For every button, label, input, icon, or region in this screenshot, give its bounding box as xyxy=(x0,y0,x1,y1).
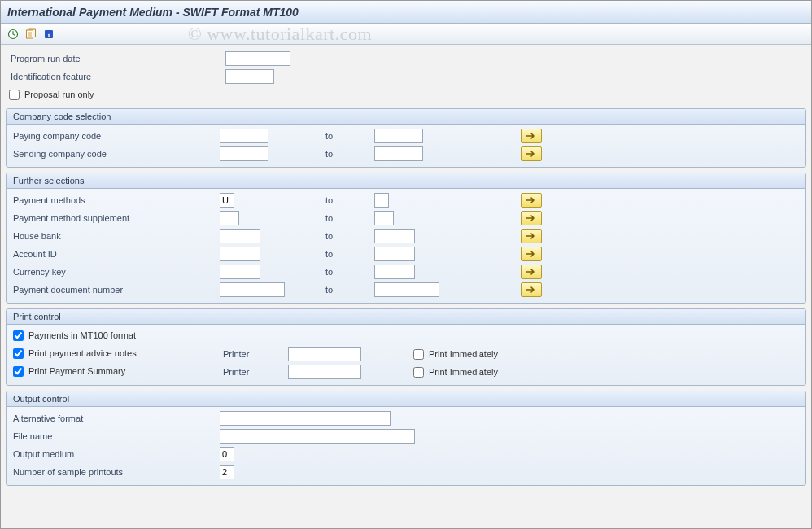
input-identification[interactable] xyxy=(225,69,274,84)
print-option-checkbox[interactable] xyxy=(13,348,24,359)
print-row-0: Payments in MT100 format xyxy=(10,327,802,345)
range-from-input[interactable] xyxy=(220,211,239,225)
output-row-0: Alternative format xyxy=(10,409,802,427)
print-option-checkbox[interactable] xyxy=(13,366,24,377)
range-row-cc-1: Sending company codeto xyxy=(10,145,802,163)
app-window: International Payment Medium - SWIFT For… xyxy=(0,0,812,529)
print-option-checkbox[interactable] xyxy=(13,330,24,341)
input-program-run-date[interactable] xyxy=(225,51,290,66)
group-header-company-code: Company code selection xyxy=(7,109,805,125)
group-print-control: Print control Payments in MT100 formatPr… xyxy=(6,308,806,386)
print-immediately-checkbox[interactable] xyxy=(413,367,424,378)
multiple-selection-icon xyxy=(526,250,537,258)
print-row-2: Print Payment SummaryPrinterPrint Immedi… xyxy=(10,363,802,381)
group-output-control: Output control Alternative formatFile na… xyxy=(6,391,806,486)
print-option-label: Payments in MT100 format xyxy=(28,330,136,340)
variant-button[interactable] xyxy=(24,27,38,42)
range-from-input[interactable] xyxy=(220,146,268,161)
range-to-input[interactable] xyxy=(374,129,423,143)
print-row-1: Print payment advice notesPrinterPrint I… xyxy=(10,345,802,363)
range-from-input[interactable] xyxy=(220,193,234,208)
group-company-code: Company code selection Paying company co… xyxy=(6,108,806,168)
range-to-input[interactable] xyxy=(374,264,415,279)
range-label: Paying company code xyxy=(10,131,220,141)
printer-input[interactable] xyxy=(288,347,361,361)
multiple-selection-icon xyxy=(526,286,537,294)
range-to-label: to xyxy=(293,195,374,205)
multiple-selection-button[interactable] xyxy=(521,146,542,161)
range-from-input[interactable] xyxy=(220,282,285,297)
multiple-selection-button[interactable] xyxy=(521,282,542,297)
group-header-further: Further selections xyxy=(7,173,805,189)
info-button[interactable]: i xyxy=(41,27,56,42)
range-row-fs-1: Payment method supplementto xyxy=(10,209,802,227)
range-to-input[interactable] xyxy=(374,247,415,261)
variant-icon xyxy=(25,28,37,40)
label-identification: Identification feature xyxy=(6,72,225,81)
range-to-label: to xyxy=(293,267,374,277)
range-from-input[interactable] xyxy=(220,264,260,279)
page-title: International Payment Medium - SWIFT For… xyxy=(7,6,299,19)
multiple-selection-button[interactable] xyxy=(521,211,542,225)
range-to-label: to xyxy=(293,285,374,295)
output-input[interactable] xyxy=(220,447,234,461)
range-to-label: to xyxy=(293,131,374,141)
print-immediately-checkbox[interactable] xyxy=(413,349,424,360)
print-immediately-label: Print Immediately xyxy=(429,367,498,377)
multiple-selection-icon xyxy=(526,150,537,158)
range-from-input[interactable] xyxy=(220,129,268,143)
range-to-label: to xyxy=(293,213,374,223)
group-further-selections: Further selections Payment methodstoPaym… xyxy=(6,173,806,304)
range-to-input[interactable] xyxy=(374,211,394,225)
clock-execute-icon xyxy=(7,28,19,40)
multiple-selection-button[interactable] xyxy=(521,129,542,143)
range-label: Payment method supplement xyxy=(10,213,220,223)
range-label: Currency key xyxy=(10,267,220,277)
range-label: House bank xyxy=(10,231,220,241)
multiple-selection-button[interactable] xyxy=(521,193,542,208)
range-to-input[interactable] xyxy=(374,146,423,161)
range-row-fs-5: Payment document numberto xyxy=(10,281,802,299)
execute-button[interactable] xyxy=(6,27,20,42)
output-input[interactable] xyxy=(220,465,234,479)
title-bar: International Payment Medium - SWIFT For… xyxy=(1,1,811,24)
range-to-label: to xyxy=(293,249,374,259)
range-to-input[interactable] xyxy=(374,229,415,243)
range-row-fs-4: Currency keyto xyxy=(10,263,802,281)
output-label: Number of sample printouts xyxy=(10,467,220,477)
range-from-input[interactable] xyxy=(220,229,260,243)
range-to-label: to xyxy=(293,149,374,159)
output-input[interactable] xyxy=(220,411,391,426)
multiple-selection-icon xyxy=(526,214,537,222)
row-identification: Identification feature xyxy=(6,68,806,85)
checkbox-proposal-run[interactable] xyxy=(9,90,20,100)
output-input[interactable] xyxy=(220,429,415,444)
range-label: Sending company code xyxy=(10,149,220,159)
range-label: Account ID xyxy=(10,249,220,259)
multiple-selection-icon xyxy=(526,232,537,240)
output-row-2: Output medium xyxy=(10,445,802,463)
range-from-input[interactable] xyxy=(220,247,260,261)
multiple-selection-button[interactable] xyxy=(521,229,542,243)
print-immediately-label: Print Immediately xyxy=(429,349,498,359)
printer-input[interactable] xyxy=(288,365,361,379)
label-program-run-date: Program run date xyxy=(6,54,225,63)
content-area: Program run date Identification feature … xyxy=(1,45,811,486)
row-proposal-run: Proposal run only xyxy=(6,85,806,103)
multiple-selection-icon xyxy=(526,196,537,204)
row-program-run-date: Program run date xyxy=(6,50,806,68)
range-row-fs-2: House bankto xyxy=(10,227,802,245)
toolbar: i xyxy=(1,24,811,45)
range-label: Payment methods xyxy=(10,195,220,205)
range-label: Payment document number xyxy=(10,285,220,295)
group-header-output-control: Output control xyxy=(7,391,805,407)
group-header-print-control: Print control xyxy=(7,309,805,325)
multiple-selection-button[interactable] xyxy=(521,247,542,261)
range-to-input[interactable] xyxy=(374,282,439,297)
multiple-selection-button[interactable] xyxy=(521,264,542,279)
range-to-label: to xyxy=(293,231,374,241)
output-row-3: Number of sample printouts xyxy=(10,463,802,481)
print-option-label: Print Payment Summary xyxy=(28,366,125,376)
range-row-cc-0: Paying company codeto xyxy=(10,127,802,145)
range-to-input[interactable] xyxy=(374,193,389,208)
